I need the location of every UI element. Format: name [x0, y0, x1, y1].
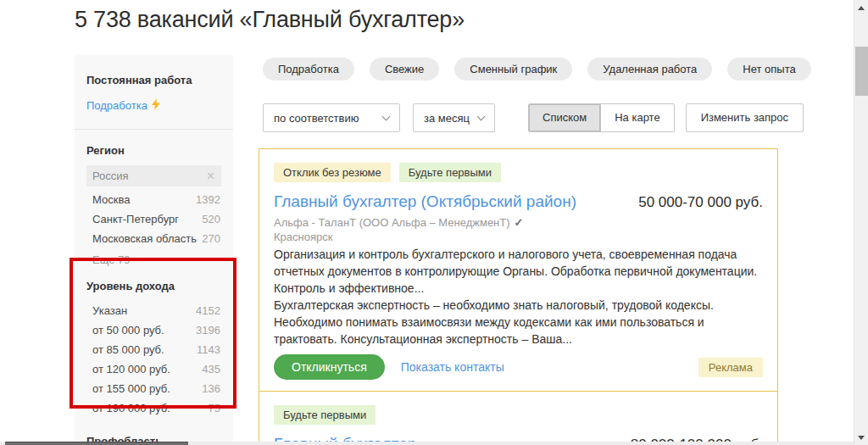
selected-region-chip[interactable]: Россия × — [86, 165, 221, 186]
income-count: 136 — [202, 382, 220, 395]
income-label: Указан — [92, 304, 127, 317]
vacancy-city: Красноярск — [274, 231, 763, 243]
apply-button[interactable]: Откликнуться — [274, 354, 385, 380]
verified-check-icon: ✓ — [515, 216, 524, 229]
region-item-mo[interactable]: Московская область 270 — [86, 229, 221, 248]
region-label: Москва — [92, 193, 130, 206]
income-count: 3196 — [196, 324, 220, 337]
view-toggle: Списком На карте — [528, 103, 675, 132]
region-item-spb[interactable]: Санкт-Петербург 520 — [86, 209, 221, 229]
income-count: 75 — [209, 402, 220, 414]
sidebar-divider — [75, 129, 233, 130]
triangle-down-icon — [858, 436, 865, 440]
selected-region-label: Россия — [92, 170, 129, 182]
region-show-more[interactable]: Еще 79 — [86, 248, 221, 266]
vacancy-description: Организация и контроль бухгалтерского и … — [274, 246, 763, 348]
edit-query-button[interactable]: Изменить запрос — [686, 103, 804, 132]
view-list-button[interactable]: Списком — [529, 104, 600, 131]
chip-parttime[interactable]: Подработка — [263, 58, 354, 81]
income-item[interactable]: от 50 000 руб. 3196 — [86, 320, 221, 340]
income-label: от 155 000 руб. — [92, 382, 170, 395]
horizontal-scrollbar-thumb[interactable] — [5, 442, 188, 445]
income-section-title: Уровень дохода — [86, 280, 221, 292]
region-label: Московская область — [92, 232, 197, 245]
vacancy-badges: Будьте первыми — [274, 405, 763, 425]
sort-value: по соответствию — [274, 112, 359, 125]
income-label: от 85 000 руб. — [92, 343, 164, 356]
description-paragraph: Бухгалтерская экспертность – необходимо … — [274, 297, 763, 348]
vacancy-badges: Отклик без резюме Будьте первыми — [274, 163, 763, 182]
description-paragraph: Организация и контроль бухгалтерского и … — [274, 246, 763, 297]
income-label: от 120 000 руб. — [92, 363, 170, 375]
quick-filter-chips: Подработка Свежие Сменный график Удаленн… — [263, 58, 811, 81]
vacancy-salary: 50 000-70 000 руб. — [638, 194, 763, 211]
income-label: от 50 000 руб. — [92, 324, 164, 337]
region-item-moscow[interactable]: Москва 1392 — [86, 190, 221, 209]
region-count: 520 — [202, 213, 220, 225]
vacancy-footer: Откликнуться Показать контакты Реклама — [274, 354, 763, 380]
page-title: 5 738 вакансий «Главный бухгалтер» — [75, 7, 465, 33]
ad-badge: Реклама — [698, 358, 763, 377]
filter-permanent-work[interactable]: Постоянная работа — [86, 74, 221, 86]
income-item[interactable]: Указан 4152 — [86, 301, 221, 320]
income-item[interactable]: от 120 000 руб. 435 — [86, 359, 221, 379]
chevron-down-icon — [382, 112, 391, 120]
badge-be-first: Будьте первыми — [274, 405, 376, 425]
show-contacts-link[interactable]: Показать контакты — [401, 360, 504, 374]
region-section-title: Регион — [86, 144, 221, 157]
chip-no-experience[interactable]: Нет опыта — [727, 58, 810, 81]
vertical-scrollbar[interactable] — [854, 0, 868, 445]
vacancy-title-link[interactable]: Главный бухгалтер (Октябрьский район) — [274, 192, 576, 211]
income-count: 1143 — [197, 343, 220, 356]
region-count: 270 — [202, 232, 220, 245]
income-count: 435 — [202, 363, 220, 375]
income-item[interactable]: от 85 000 руб. 1143 — [86, 340, 221, 359]
remove-region-icon[interactable]: × — [207, 170, 214, 183]
period-select[interactable]: за месяц — [413, 103, 495, 132]
income-label: от 190 000 руб. — [92, 402, 170, 414]
vacancy-card: Отклик без резюме Будьте первыми Главный… — [259, 148, 778, 392]
results-controls: по соответствию за месяц Списком На карт… — [263, 103, 804, 132]
income-item[interactable]: от 155 000 руб. 136 — [86, 379, 221, 398]
chevron-down-icon — [477, 112, 486, 120]
sort-select[interactable]: по соответствию — [263, 103, 400, 132]
scroll-up-arrow[interactable] — [854, 1, 868, 14]
income-item[interactable]: от 190 000 руб. 75 — [86, 398, 221, 418]
lightning-icon — [152, 98, 160, 113]
vacancy-card: Будьте первыми Главный бухгалтер 80 000-… — [259, 391, 778, 445]
company-name: Альфа - ТаланТ (ООО Альфа – МенеджменТ) — [274, 216, 510, 229]
filter-parttime-work[interactable]: Подработка — [86, 98, 221, 113]
filters-sidebar: Постоянная работа Подработка Регион Росс… — [75, 55, 233, 445]
view-map-button[interactable]: На карте — [600, 104, 673, 131]
chip-shift-schedule[interactable]: Сменный график — [454, 58, 572, 81]
parttime-label: Подработка — [86, 99, 147, 112]
horizontal-scrollbar[interactable] — [0, 442, 854, 445]
chip-remote-work[interactable]: Удаленная работа — [587, 58, 712, 81]
chip-fresh[interactable]: Свежие — [370, 58, 439, 81]
region-count: 1392 — [196, 193, 220, 206]
period-value: за месяц — [424, 112, 470, 125]
vertical-scrollbar-thumb[interactable] — [855, 47, 868, 96]
badge-no-resume: Отклик без резюме — [274, 163, 391, 182]
vacancy-company: Альфа - ТаланТ (ООО Альфа – МенеджменТ)✓ — [274, 216, 763, 229]
income-count: 4152 — [196, 304, 220, 317]
triangle-up-icon — [858, 6, 865, 10]
region-label: Санкт-Петербург — [92, 213, 179, 225]
badge-be-first: Будьте первыми — [399, 163, 501, 182]
vacancy-title-row: Главный бухгалтер (Октябрьский район) 50… — [274, 192, 763, 211]
scroll-down-arrow[interactable] — [854, 431, 868, 444]
